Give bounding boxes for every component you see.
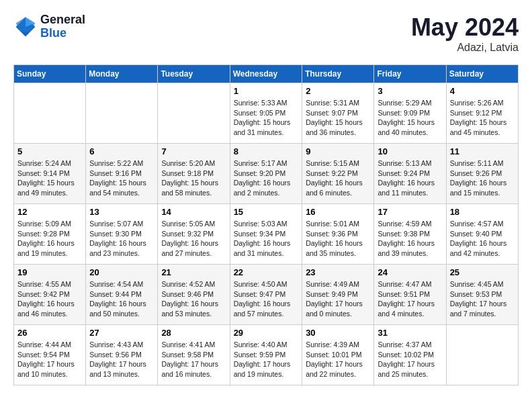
day-cell: 23Sunrise: 4:49 AM Sunset: 9:49 PM Dayli…	[302, 265, 374, 325]
day-cell: 20Sunrise: 4:54 AM Sunset: 9:44 PM Dayli…	[86, 265, 158, 325]
weekday-header-thursday: Thursday	[302, 65, 374, 83]
day-cell: 14Sunrise: 5:05 AM Sunset: 9:32 PM Dayli…	[158, 204, 230, 265]
day-cell: 5Sunrise: 5:24 AM Sunset: 9:14 PM Daylig…	[14, 144, 86, 204]
day-number: 13	[89, 207, 154, 217]
day-number: 16	[306, 207, 370, 217]
day-number: 9	[306, 146, 370, 156]
weekday-header-tuesday: Tuesday	[158, 65, 230, 83]
logo-text-line1: General	[40, 13, 85, 27]
day-cell: 18Sunrise: 4:57 AM Sunset: 9:40 PM Dayli…	[446, 204, 518, 265]
calendar-table: SundayMondayTuesdayWednesdayThursdayFrid…	[13, 64, 519, 385]
day-info: Sunrise: 4:40 AM Sunset: 9:59 PM Dayligh…	[234, 340, 299, 379]
day-cell: 16Sunrise: 5:01 AM Sunset: 9:36 PM Dayli…	[302, 204, 374, 265]
day-info: Sunrise: 5:20 AM Sunset: 9:18 PM Dayligh…	[161, 158, 226, 198]
day-cell: 25Sunrise: 4:45 AM Sunset: 9:53 PM Dayli…	[446, 265, 518, 325]
day-number: 23	[306, 267, 370, 277]
day-number: 17	[378, 207, 442, 217]
logo-text-line2: Blue	[40, 27, 85, 40]
day-cell	[86, 83, 158, 144]
day-cell: 4Sunrise: 5:26 AM Sunset: 9:12 PM Daylig…	[446, 83, 518, 144]
day-info: Sunrise: 5:26 AM Sunset: 9:12 PM Dayligh…	[450, 98, 515, 138]
day-info: Sunrise: 4:52 AM Sunset: 9:46 PM Dayligh…	[161, 279, 226, 319]
day-info: Sunrise: 5:13 AM Sunset: 9:24 PM Dayligh…	[378, 158, 442, 198]
weekday-header-saturday: Saturday	[446, 65, 518, 83]
day-number: 24	[378, 267, 442, 277]
day-cell: 9Sunrise: 5:15 AM Sunset: 9:22 PM Daylig…	[302, 144, 374, 204]
day-cell: 12Sunrise: 5:09 AM Sunset: 9:28 PM Dayli…	[14, 204, 86, 265]
day-info: Sunrise: 5:05 AM Sunset: 9:32 PM Dayligh…	[161, 219, 226, 259]
day-info: Sunrise: 4:54 AM Sunset: 9:44 PM Dayligh…	[89, 279, 154, 319]
day-number: 4	[450, 86, 515, 96]
weekday-header-row: SundayMondayTuesdayWednesdayThursdayFrid…	[14, 65, 519, 83]
day-number: 21	[161, 267, 226, 277]
day-info: Sunrise: 4:55 AM Sunset: 9:42 PM Dayligh…	[17, 279, 82, 319]
day-cell: 7Sunrise: 5:20 AM Sunset: 9:18 PM Daylig…	[158, 144, 230, 204]
day-number: 29	[234, 328, 299, 338]
week-row-4: 19Sunrise: 4:55 AM Sunset: 9:42 PM Dayli…	[14, 265, 519, 325]
day-info: Sunrise: 5:03 AM Sunset: 9:34 PM Dayligh…	[234, 219, 299, 259]
day-info: Sunrise: 4:57 AM Sunset: 9:40 PM Dayligh…	[450, 219, 515, 259]
day-info: Sunrise: 4:49 AM Sunset: 9:49 PM Dayligh…	[306, 279, 370, 319]
day-cell: 11Sunrise: 5:11 AM Sunset: 9:26 PM Dayli…	[446, 144, 518, 204]
page-header: General Blue May 2024 Adazi, Latvia	[13, 13, 519, 54]
day-cell: 17Sunrise: 4:59 AM Sunset: 9:38 PM Dayli…	[374, 204, 446, 265]
day-number: 14	[161, 207, 226, 217]
weekday-header-wednesday: Wednesday	[230, 65, 302, 83]
day-cell: 13Sunrise: 5:07 AM Sunset: 9:30 PM Dayli…	[86, 204, 158, 265]
day-number: 20	[89, 267, 154, 277]
day-number: 1	[234, 86, 299, 96]
day-info: Sunrise: 4:50 AM Sunset: 9:47 PM Dayligh…	[234, 279, 299, 319]
day-info: Sunrise: 4:37 AM Sunset: 10:02 PM Daylig…	[378, 340, 442, 379]
day-cell: 19Sunrise: 4:55 AM Sunset: 9:42 PM Dayli…	[14, 265, 86, 325]
day-number: 12	[17, 207, 82, 217]
weekday-header-monday: Monday	[86, 65, 158, 83]
day-cell: 24Sunrise: 4:47 AM Sunset: 9:51 PM Dayli…	[374, 265, 446, 325]
week-row-1: 1Sunrise: 5:33 AM Sunset: 9:05 PM Daylig…	[14, 83, 519, 144]
day-info: Sunrise: 4:45 AM Sunset: 9:53 PM Dayligh…	[450, 279, 515, 319]
day-cell: 21Sunrise: 4:52 AM Sunset: 9:46 PM Dayli…	[158, 265, 230, 325]
week-row-3: 12Sunrise: 5:09 AM Sunset: 9:28 PM Dayli…	[14, 204, 519, 265]
day-cell: 8Sunrise: 5:17 AM Sunset: 9:20 PM Daylig…	[230, 144, 302, 204]
day-info: Sunrise: 4:44 AM Sunset: 9:54 PM Dayligh…	[17, 340, 82, 379]
day-info: Sunrise: 5:17 AM Sunset: 9:20 PM Dayligh…	[234, 158, 299, 198]
day-cell: 27Sunrise: 4:43 AM Sunset: 9:56 PM Dayli…	[86, 325, 158, 385]
day-cell: 15Sunrise: 5:03 AM Sunset: 9:34 PM Dayli…	[230, 204, 302, 265]
day-info: Sunrise: 5:07 AM Sunset: 9:30 PM Dayligh…	[89, 219, 154, 259]
day-number: 10	[378, 146, 442, 156]
day-cell	[158, 83, 230, 144]
day-info: Sunrise: 4:47 AM Sunset: 9:51 PM Dayligh…	[378, 279, 442, 319]
day-info: Sunrise: 5:31 AM Sunset: 9:07 PM Dayligh…	[306, 98, 370, 138]
day-cell	[14, 83, 86, 144]
weekday-header-sunday: Sunday	[14, 65, 86, 83]
day-info: Sunrise: 5:15 AM Sunset: 9:22 PM Dayligh…	[306, 158, 370, 198]
day-info: Sunrise: 5:29 AM Sunset: 9:09 PM Dayligh…	[378, 98, 442, 138]
day-cell: 6Sunrise: 5:22 AM Sunset: 9:16 PM Daylig…	[86, 144, 158, 204]
day-cell: 22Sunrise: 4:50 AM Sunset: 9:47 PM Dayli…	[230, 265, 302, 325]
day-number: 6	[89, 146, 154, 156]
day-number: 18	[450, 207, 515, 217]
day-number: 8	[234, 146, 299, 156]
day-cell: 2Sunrise: 5:31 AM Sunset: 9:07 PM Daylig…	[302, 83, 374, 144]
day-number: 28	[161, 328, 226, 338]
day-number: 15	[234, 207, 299, 217]
day-number: 25	[450, 267, 515, 277]
day-number: 19	[17, 267, 82, 277]
day-number: 22	[234, 267, 299, 277]
day-cell: 10Sunrise: 5:13 AM Sunset: 9:24 PM Dayli…	[374, 144, 446, 204]
day-number: 26	[17, 328, 82, 338]
weekday-header-friday: Friday	[374, 65, 446, 83]
day-cell: 1Sunrise: 5:33 AM Sunset: 9:05 PM Daylig…	[230, 83, 302, 144]
day-cell: 28Sunrise: 4:41 AM Sunset: 9:58 PM Dayli…	[158, 325, 230, 385]
calendar-subtitle: Adazi, Latvia	[411, 42, 519, 54]
day-info: Sunrise: 5:33 AM Sunset: 9:05 PM Dayligh…	[234, 98, 299, 138]
day-number: 7	[161, 146, 226, 156]
day-info: Sunrise: 4:59 AM Sunset: 9:38 PM Dayligh…	[378, 219, 442, 259]
day-cell	[446, 325, 518, 385]
day-cell: 3Sunrise: 5:29 AM Sunset: 9:09 PM Daylig…	[374, 83, 446, 144]
day-cell: 30Sunrise: 4:39 AM Sunset: 10:01 PM Dayl…	[302, 325, 374, 385]
logo: General Blue	[13, 13, 85, 40]
day-cell: 29Sunrise: 4:40 AM Sunset: 9:59 PM Dayli…	[230, 325, 302, 385]
day-cell: 31Sunrise: 4:37 AM Sunset: 10:02 PM Dayl…	[374, 325, 446, 385]
week-row-2: 5Sunrise: 5:24 AM Sunset: 9:14 PM Daylig…	[14, 144, 519, 204]
day-info: Sunrise: 5:01 AM Sunset: 9:36 PM Dayligh…	[306, 219, 370, 259]
